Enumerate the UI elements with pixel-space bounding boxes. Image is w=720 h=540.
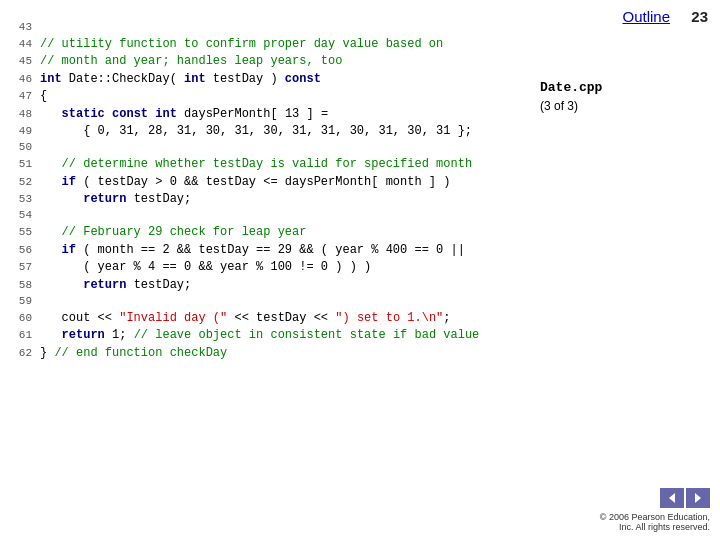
line-number: 54 [10,208,32,224]
code-line: 45// month and year; handles leap years,… [10,53,520,70]
line-number: 59 [10,294,32,310]
code-line: 54 [10,208,520,224]
line-number: 44 [10,37,32,53]
code-line: 56 if ( month == 2 && testDay == 29 && (… [10,242,520,259]
line-content: if ( month == 2 && testDay == 29 && ( ye… [40,242,465,259]
svg-marker-1 [695,493,701,503]
line-content: // determine whether testDay is valid fo… [40,156,472,173]
next-button[interactable] [686,488,710,508]
line-number: 61 [10,328,32,344]
line-content: // February 29 check for leap year [40,224,306,241]
line-content: return testDay; [40,191,191,208]
line-content: if ( testDay > 0 && testDay <= daysPerMo… [40,174,450,191]
line-number: 47 [10,89,32,105]
line-content: } // end function checkDay [40,345,227,362]
line-content: { 0, 31, 28, 31, 30, 31, 30, 31, 31, 30,… [40,123,472,140]
code-line: 47{ [10,88,520,105]
line-number: 62 [10,346,32,362]
code-line: 49 { 0, 31, 28, 31, 30, 31, 30, 31, 31, … [10,123,520,140]
line-number: 55 [10,225,32,241]
line-content: { [40,88,47,105]
prev-button[interactable] [660,488,684,508]
line-number: 53 [10,192,32,208]
line-content: return 1; // leave object in consistent … [40,327,479,344]
line-number: 46 [10,72,32,88]
code-line: 46int Date::CheckDay( int testDay ) cons… [10,71,520,88]
copyright-line1: © 2006 Pearson Education, [600,512,710,522]
line-number: 58 [10,278,32,294]
code-line: 44// utility function to confirm proper … [10,36,520,53]
line-content: // utility function to confirm proper da… [40,36,443,53]
code-line: 62} // end function checkDay [10,345,520,362]
filename: Date.cpp [540,80,710,95]
svg-marker-0 [669,493,675,503]
line-number: 50 [10,140,32,156]
code-line: 55 // February 29 check for leap year [10,224,520,241]
line-number: 43 [10,20,32,36]
code-line: 52 if ( testDay > 0 && testDay <= daysPe… [10,174,520,191]
line-content: static const int daysPerMonth[ 13 ] = [40,106,328,123]
nav-buttons [660,488,710,508]
line-content: return testDay; [40,277,191,294]
prev-icon [665,491,679,505]
next-icon [691,491,705,505]
code-line: 48 static const int daysPerMonth[ 13 ] = [10,106,520,123]
line-number: 51 [10,157,32,173]
line-number: 56 [10,243,32,259]
sidebar: Date.cpp (3 of 3) [540,20,710,113]
code-line: 50 [10,140,520,156]
copyright: © 2006 Pearson Education, Inc. All right… [600,512,710,532]
code-line: 60 cout << "Invalid day (" << testDay <<… [10,310,520,327]
copyright-line2: Inc. All rights reserved. [619,522,710,532]
line-content: cout << "Invalid day (" << testDay << ")… [40,310,451,327]
line-number: 52 [10,175,32,191]
code-line: 58 return testDay; [10,277,520,294]
code-line: 57 ( year % 4 == 0 && year % 100 != 0 ) … [10,259,520,276]
code-line: 53 return testDay; [10,191,520,208]
line-number: 45 [10,54,32,70]
line-content: int Date::CheckDay( int testDay ) const [40,71,321,88]
line-number: 48 [10,107,32,123]
line-content: // month and year; handles leap years, t… [40,53,342,70]
code-line: 61 return 1; // leave object in consiste… [10,327,520,344]
line-number: 49 [10,124,32,140]
footer: © 2006 Pearson Education, Inc. All right… [600,488,710,532]
line-number: 57 [10,260,32,276]
code-area: 4344// utility function to confirm prope… [10,20,520,480]
file-info: (3 of 3) [540,99,710,113]
line-number: 60 [10,311,32,327]
code-line: 43 [10,20,520,36]
line-content: ( year % 4 == 0 && year % 100 != 0 ) ) ) [40,259,371,276]
code-line: 51 // determine whether testDay is valid… [10,156,520,173]
code-line: 59 [10,294,520,310]
